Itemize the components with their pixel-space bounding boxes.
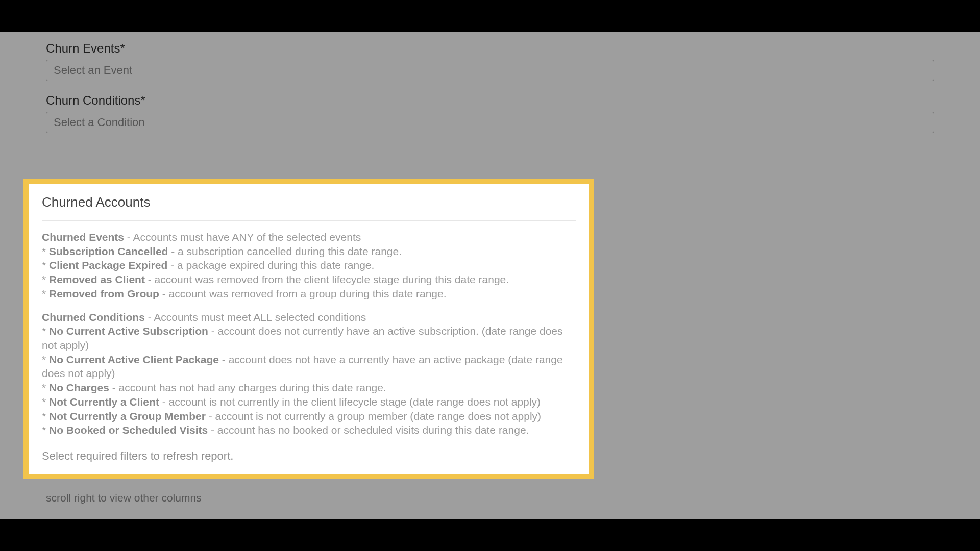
conditions-block: Churned Conditions - Accounts must meet …: [42, 310, 576, 437]
condition-item-name: Not Currently a Client: [49, 396, 159, 408]
event-item-desc: - a subscription cancelled during this d…: [168, 245, 402, 257]
event-item-name: Client Package Expired: [49, 259, 167, 271]
condition-item-name: No Charges: [49, 382, 109, 393]
churn-conditions-select[interactable]: Select a Condition: [46, 112, 934, 133]
churn-events-select[interactable]: Select an Event: [46, 60, 934, 81]
condition-item-name: No Booked or Scheduled Visits: [49, 424, 208, 436]
condition-item: * Not Currently a Client - account is no…: [42, 395, 576, 409]
events-heading-suffix: - Accounts must have ANY of the selected…: [124, 231, 361, 243]
condition-item-name: No Current Active Client Package: [49, 354, 219, 365]
event-item-name: Subscription Cancelled: [49, 245, 168, 257]
condition-item: * No Current Active Subscription - accou…: [42, 324, 576, 352]
panel-footer: Select required filters to refresh repor…: [42, 449, 576, 463]
condition-item-desc: - account has not had any charges during…: [109, 382, 386, 393]
divider: [42, 220, 576, 221]
event-item-desc: - account was removed from a group durin…: [159, 288, 447, 299]
churn-events-label: Churn Events*: [46, 41, 934, 56]
conditions-heading: Churned Conditions: [42, 311, 145, 323]
event-item-desc: - account was removed from the client li…: [145, 273, 509, 285]
conditions-heading-suffix: - Accounts must meet ALL selected condit…: [145, 311, 366, 323]
churn-events-placeholder: Select an Event: [54, 64, 132, 77]
condition-item-desc: - account is not currently a group membe…: [206, 410, 541, 422]
condition-item-name: No Current Active Subscription: [49, 325, 208, 337]
condition-item: * No Current Active Client Package - acc…: [42, 353, 576, 381]
events-block: Churned Events - Accounts must have ANY …: [42, 230, 576, 301]
condition-item: * Not Currently a Group Member - account…: [42, 409, 576, 423]
events-heading: Churned Events: [42, 231, 124, 243]
event-item-name: Removed as Client: [49, 273, 145, 285]
event-item-desc: - a package expired during this date ran…: [167, 259, 374, 271]
letterbox-bottom: [0, 519, 980, 551]
event-item-name: Removed from Group: [49, 288, 159, 299]
churn-conditions-label: Churn Conditions*: [46, 93, 934, 108]
viewport: Churn Events* Select an Event Churn Cond…: [0, 32, 980, 519]
churn-conditions-placeholder: Select a Condition: [54, 116, 145, 129]
condition-item: * No Booked or Scheduled Visits - accoun…: [42, 423, 576, 437]
event-item: * Subscription Cancelled - a subscriptio…: [42, 244, 576, 259]
condition-item-desc: - account has no booked or scheduled vis…: [208, 424, 529, 436]
event-item: * Removed from Group - account was remov…: [42, 287, 576, 301]
churned-accounts-panel: Churned Accounts Churned Events - Accoun…: [23, 179, 594, 479]
condition-item-name: Not Currently a Group Member: [49, 410, 206, 422]
scroll-note: scroll right to view other columns: [46, 492, 934, 504]
condition-item-desc: - account is not currently in the client…: [159, 396, 541, 408]
panel-title: Churned Accounts: [42, 194, 576, 210]
event-item: * Client Package Expired - a package exp…: [42, 258, 576, 272]
condition-item: * No Charges - account has not had any c…: [42, 381, 576, 395]
letterbox-top: [0, 0, 980, 32]
event-item: * Removed as Client - account was remove…: [42, 272, 576, 287]
